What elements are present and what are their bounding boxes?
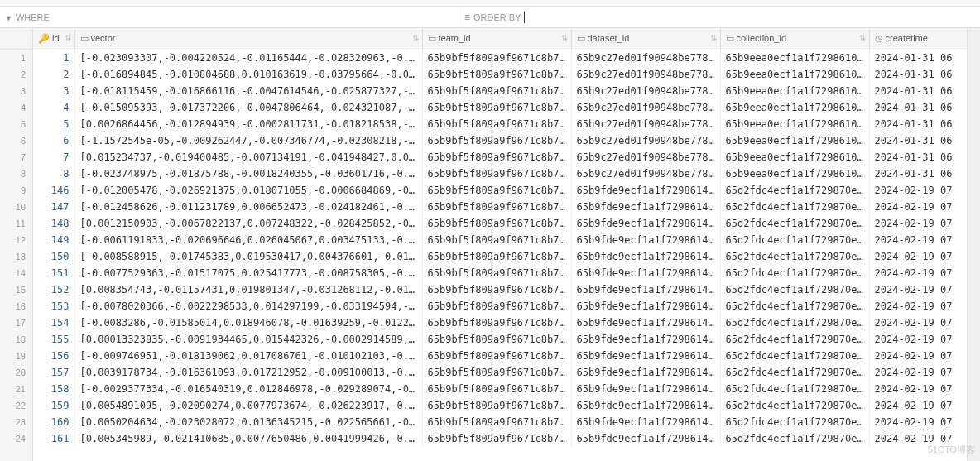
cell-collection-id[interactable]: 65b9eea0ecf1a1f7298610fb	[720, 116, 869, 132]
cell-collection-id[interactable]: 65b9eea0ecf1a1f7298610fb	[720, 66, 869, 83]
cell-vector[interactable]: [0.008354743,-0.01157431,0.019801347,-0.…	[74, 281, 422, 298]
row-number[interactable]: 6	[0, 132, 32, 149]
table-row[interactable]: 146[-0.012005478,-0.026921375,0.01807105…	[33, 182, 967, 199]
cell-dataset-id[interactable]: 65b9fde9ecf1a1f729861414	[571, 397, 720, 414]
cell-id[interactable]: 150	[33, 248, 74, 265]
cell-vector[interactable]: [0.0026864456,-0.012894939,-0.0002811731…	[74, 116, 422, 132]
orderby-filter[interactable]: ORDER BY	[459, 7, 980, 27]
cell-id[interactable]: 146	[33, 182, 74, 199]
row-number[interactable]: 3	[0, 83, 32, 99]
table-scroll[interactable]: 🔑id⇅ ▭vector⇅ ▭team_id⇅ ▭dataset_id⇅ ▭co…	[33, 28, 967, 461]
cell-createtime[interactable]: 2024-02-19 07	[869, 232, 967, 248]
cell-vector[interactable]: [-0.023093307,-0.004220524,-0.01165444,-…	[74, 50, 422, 66]
cell-team-id[interactable]: 65b9bf5f809a9f9671c8b7e2	[422, 430, 571, 447]
cell-id[interactable]: 158	[33, 381, 74, 397]
cell-team-id[interactable]: 65b9bf5f809a9f9671c8b7e2	[422, 199, 571, 215]
cell-createtime[interactable]: 2024-02-19 07	[869, 414, 967, 430]
col-header-vector[interactable]: ▭vector⇅	[74, 28, 422, 50]
cell-collection-id[interactable]: 65d2fdc4ecf1a1f729870ecb	[720, 182, 869, 199]
cell-team-id[interactable]: 65b9bf5f809a9f9671c8b7e2	[422, 99, 571, 116]
cell-id[interactable]: 8	[33, 166, 74, 182]
table-row[interactable]: 158[-0.0029377334,-0.016540319,0.0128469…	[33, 381, 967, 397]
cell-createtime[interactable]: 2024-02-19 07	[869, 364, 967, 381]
cell-dataset-id[interactable]: 65b9fde9ecf1a1f729861414	[571, 232, 720, 248]
cell-createtime[interactable]: 2024-02-19 07	[869, 215, 967, 232]
col-header-collection[interactable]: ▭collection_id⇅	[720, 28, 869, 50]
cell-collection-id[interactable]: 65b9eea0ecf1a1f7298610fb	[720, 149, 869, 166]
cell-id[interactable]: 2	[33, 66, 74, 83]
row-number[interactable]: 1	[0, 50, 32, 66]
table-row[interactable]: 149[-0.0061191833,-0.020696646,0.0260450…	[33, 232, 967, 248]
table-row[interactable]: 4[-0.015095393,-0.017372206,-0.004780646…	[33, 99, 967, 116]
cell-createtime[interactable]: 2024-02-19 07	[869, 430, 967, 447]
cell-createtime[interactable]: 2024-01-31 06	[869, 149, 967, 166]
cell-team-id[interactable]: 65b9bf5f809a9f9671c8b7e2	[422, 182, 571, 199]
cell-team-id[interactable]: 65b9bf5f809a9f9671c8b7e2	[422, 265, 571, 281]
cell-collection-id[interactable]: 65b9eea0ecf1a1f7298610fb	[720, 99, 869, 116]
orderby-input[interactable]	[528, 12, 975, 22]
cell-vector[interactable]: [-0.012458626,-0.011231789,0.006652473,-…	[74, 199, 422, 215]
cell-team-id[interactable]: 65b9bf5f809a9f9671c8b7e2	[422, 149, 571, 166]
cell-dataset-id[interactable]: 65b9fde9ecf1a1f729861414	[571, 281, 720, 298]
row-number[interactable]: 16	[0, 298, 32, 315]
cell-createtime[interactable]: 2024-01-31 06	[869, 66, 967, 83]
cell-vector[interactable]: [0.0050204634,-0.023028072,0.0136345215,…	[74, 414, 422, 430]
cell-vector[interactable]: [-0.018115459,-0.016866116,-0.0047614546…	[74, 83, 422, 99]
cell-team-id[interactable]: 65b9bf5f809a9f9671c8b7e2	[422, 248, 571, 265]
cell-createtime[interactable]: 2024-02-19 07	[869, 265, 967, 281]
table-row[interactable]: 155[0.00013323835,-0.0091934465,0.015442…	[33, 331, 967, 348]
cell-vector[interactable]: [0.015234737,-0.019400485,-0.007134191,-…	[74, 149, 422, 166]
cell-createtime[interactable]: 2024-02-19 07	[869, 281, 967, 298]
row-number[interactable]: 7	[0, 149, 32, 166]
cell-dataset-id[interactable]: 65b9fde9ecf1a1f729861414	[571, 331, 720, 348]
cell-createtime[interactable]: 2024-02-19 07	[869, 331, 967, 348]
where-input[interactable]	[53, 12, 454, 22]
table-row[interactable]: 159[0.0054891095,-0.02090274,0.007797367…	[33, 397, 967, 414]
cell-id[interactable]: 1	[33, 50, 74, 66]
cell-createtime[interactable]: 2024-01-31 06	[869, 116, 967, 132]
cell-createtime[interactable]: 2024-02-19 07	[869, 199, 967, 215]
cell-vector[interactable]: [-1.1572545e-05,-0.009262447,-0.00734677…	[74, 132, 422, 149]
table-row[interactable]: 1[-0.023093307,-0.004220524,-0.01165444,…	[33, 50, 967, 66]
row-number[interactable]: 17	[0, 315, 32, 331]
row-number[interactable]: 10	[0, 199, 32, 215]
cell-vector[interactable]: [0.00013323835,-0.0091934465,0.015442326…	[74, 331, 422, 348]
cell-collection-id[interactable]: 65b9eea0ecf1a1f7298610fb	[720, 132, 869, 149]
row-number[interactable]: 13	[0, 248, 32, 265]
cell-vector[interactable]: [-0.008588915,-0.01745383,0.019530417,0.…	[74, 248, 422, 265]
cell-dataset-id[interactable]: 65b9fde9ecf1a1f729861414	[571, 298, 720, 315]
cell-team-id[interactable]: 65b9bf5f809a9f9671c8b7e2	[422, 331, 571, 348]
cell-createtime[interactable]: 2024-02-19 07	[869, 298, 967, 315]
cell-id[interactable]: 159	[33, 397, 74, 414]
cell-dataset-id[interactable]: 65b9fde9ecf1a1f729861414	[571, 414, 720, 430]
row-number[interactable]: 20	[0, 364, 32, 381]
table-row[interactable]: 148[0.0012150903,-0.0067822137,0.0072483…	[33, 215, 967, 232]
row-number[interactable]: 2	[0, 66, 32, 83]
cell-createtime[interactable]: 2024-02-19 07	[869, 182, 967, 199]
cell-vector[interactable]: [-0.0029377334,-0.016540319,0.012846978,…	[74, 381, 422, 397]
cell-vector[interactable]: [-0.0077529363,-0.01517075,0.025417773,-…	[74, 265, 422, 281]
cell-collection-id[interactable]: 65d2fdc4ecf1a1f729870ecb	[720, 397, 869, 414]
cell-team-id[interactable]: 65b9bf5f809a9f9671c8b7e2	[422, 298, 571, 315]
cell-createtime[interactable]: 2024-01-31 06	[869, 99, 967, 116]
cell-dataset-id[interactable]: 65b9c27ed01f90948be77844	[571, 166, 720, 182]
cell-id[interactable]: 4	[33, 99, 74, 116]
cell-id[interactable]: 5	[33, 116, 74, 132]
row-number[interactable]: 5	[0, 116, 32, 132]
cell-createtime[interactable]: 2024-01-31 06	[869, 132, 967, 149]
cell-team-id[interactable]: 65b9bf5f809a9f9671c8b7e2	[422, 232, 571, 248]
cell-collection-id[interactable]: 65d2fdc4ecf1a1f729870ecb	[720, 215, 869, 232]
table-row[interactable]: 5[0.0026864456,-0.012894939,-0.000281173…	[33, 116, 967, 132]
cell-id[interactable]: 151	[33, 265, 74, 281]
cell-collection-id[interactable]: 65d2fdc4ecf1a1f729870ecb	[720, 381, 869, 397]
row-number[interactable]: 11	[0, 215, 32, 232]
cell-dataset-id[interactable]: 65b9c27ed01f90948be77844	[571, 149, 720, 166]
table-row[interactable]: 153[-0.0078020366,-0.0022298533,0.014297…	[33, 298, 967, 315]
row-number[interactable]: 23	[0, 414, 32, 430]
cell-createtime[interactable]: 2024-02-19 07	[869, 381, 967, 397]
row-number[interactable]: 19	[0, 348, 32, 364]
cell-team-id[interactable]: 65b9bf5f809a9f9671c8b7e2	[422, 132, 571, 149]
cell-collection-id[interactable]: 65d2fdc4ecf1a1f729870ecb	[720, 430, 869, 447]
cell-vector[interactable]: [0.0039178734,-0.016361093,0.017212952,-…	[74, 364, 422, 381]
table-row[interactable]: 2[-0.016894845,-0.010804688,0.010163619,…	[33, 66, 967, 83]
